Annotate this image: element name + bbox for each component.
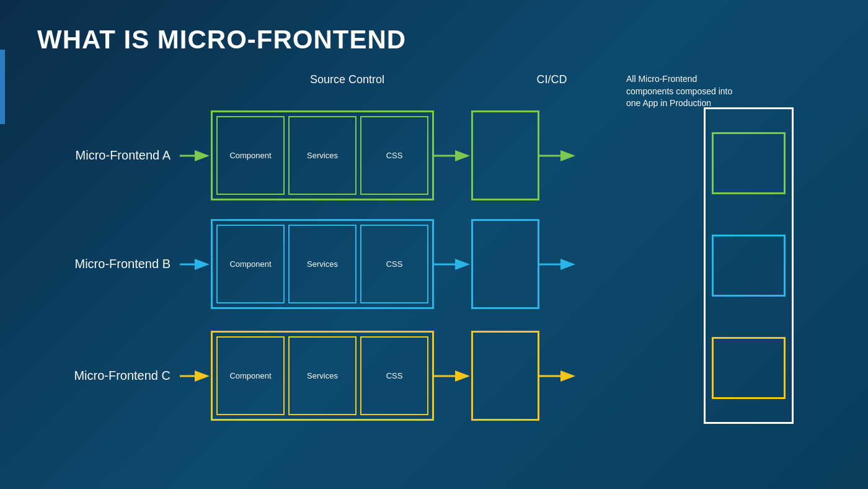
prod-box-c <box>712 337 786 399</box>
sc-component-c: Component <box>216 336 285 415</box>
page-title: WHAT IS MICRO-FRONTEND <box>37 25 831 55</box>
sc-services-c: Services <box>288 336 356 415</box>
sc-css-a: CSS <box>360 116 428 195</box>
label-a: Micro-Frontend A <box>37 148 180 163</box>
sc-css-c: CSS <box>360 336 428 415</box>
label-c: Micro-Frontend C <box>37 369 180 383</box>
slide: WHAT IS MICRO-FRONTEND Source Control CI… <box>0 0 868 489</box>
label-b: Micro-Frontend B <box>37 257 180 271</box>
arrow-a-prod <box>539 146 577 165</box>
source-control-label: Source Control <box>285 73 409 86</box>
arrow-b-prod <box>539 255 577 274</box>
prod-box-a <box>712 132 786 194</box>
cicd-box-b <box>471 219 539 309</box>
diagram-area: Source Control CI/CD All Micro-Frontend … <box>37 73 831 477</box>
left-accent-bar <box>0 50 5 124</box>
arrow-b-cicd <box>434 255 471 274</box>
arrow-c-cicd <box>434 367 471 385</box>
arrow-c-prod <box>539 367 577 385</box>
arrow-a-cicd <box>434 146 471 165</box>
sc-component-a: Component <box>216 116 285 195</box>
sc-box-c: Component Services CSS <box>211 331 434 421</box>
arrow-c-sc <box>180 367 211 385</box>
sc-css-b: CSS <box>360 225 428 303</box>
sc-box-b: Component Services CSS <box>211 219 434 309</box>
sc-box-a: Component Services CSS <box>211 110 434 200</box>
prod-box-b <box>712 235 786 297</box>
sc-component-b: Component <box>216 225 285 303</box>
production-container <box>704 107 794 424</box>
arrow-b-sc <box>180 255 211 274</box>
sc-services-a: Services <box>288 116 356 195</box>
cicd-box-a <box>471 110 539 200</box>
sc-services-b: Services <box>288 225 356 303</box>
arrow-a-sc <box>180 146 211 165</box>
production-label: All Micro-Frontend components composed i… <box>626 73 744 110</box>
cicd-box-c <box>471 331 539 421</box>
cicd-label: CI/CD <box>527 73 577 86</box>
